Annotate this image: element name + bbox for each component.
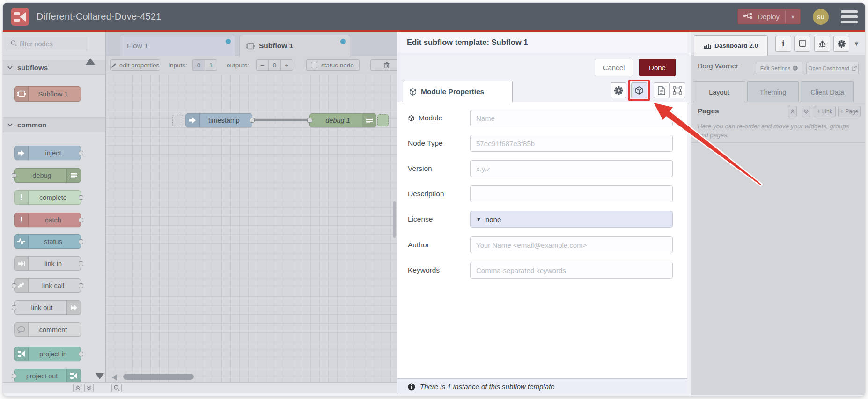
flow-canvas[interactable]: timestamp debug 1: [106, 74, 397, 382]
palette-node-debug[interactable]: debug: [14, 168, 81, 183]
frame-select-icon: [673, 86, 682, 95]
tray-resize-grip[interactable]: [393, 201, 396, 238]
add-link-button[interactable]: + Link: [814, 106, 836, 117]
dashboard-owner: Borg Warner: [698, 62, 738, 70]
move-up-button[interactable]: [788, 106, 797, 117]
palette-scroll-down-icon[interactable]: [96, 373, 104, 379]
outputs-count: 0: [268, 59, 281, 71]
node-type-input[interactable]: [470, 135, 673, 152]
open-dashboard-button[interactable]: Open Dashboard: [806, 62, 859, 74]
palette-node-project-out[interactable]: project out: [14, 369, 81, 383]
module-name-input[interactable]: [470, 110, 673, 126]
outputs-plus-button[interactable]: +: [280, 59, 293, 71]
inputs-0-button[interactable]: 0: [192, 59, 205, 71]
description-tab-button[interactable]: [654, 82, 669, 98]
trash-icon: [384, 62, 390, 68]
dialog-title: Edit subflow template: Subflow 1: [397, 32, 687, 53]
main-menu-icon[interactable]: [841, 10, 858, 23]
edit-subflow-dialog: Edit subflow template: Subflow 1 Cancel …: [397, 32, 687, 394]
tab-theming[interactable]: Theming: [747, 81, 799, 102]
deploy-label: Deploy: [758, 13, 780, 21]
help-tab-button[interactable]: [794, 36, 810, 52]
palette-node-catch[interactable]: ! catch: [14, 213, 81, 227]
palette-node-status[interactable]: status: [14, 234, 81, 249]
config-tab-button[interactable]: [833, 36, 849, 52]
module-properties-tab-button[interactable]: [631, 82, 647, 98]
sidebar-menu-caret[interactable]: ▼: [853, 40, 860, 47]
magnifier-icon: [114, 385, 120, 391]
tab-client-data[interactable]: Client Data: [801, 81, 854, 102]
palette-section-common[interactable]: common: [3, 117, 105, 132]
version-input[interactable]: [470, 160, 673, 177]
input-port[interactable]: [307, 118, 312, 123]
comment-icon: [15, 323, 29, 336]
done-button[interactable]: Done: [639, 59, 676, 76]
palette-node-link-out[interactable]: link out: [14, 300, 81, 315]
canvas-node-debug-1[interactable]: debug 1: [309, 113, 376, 127]
add-page-button[interactable]: + Page: [838, 106, 861, 117]
canvas-node-timestamp[interactable]: timestamp: [185, 113, 252, 127]
tab-layout[interactable]: Layout: [693, 81, 745, 103]
outputs-minus-button[interactable]: −: [256, 59, 269, 71]
subflow-output-stub[interactable]: [377, 114, 389, 126]
node-palette: subflows Subflow 1 common inject debug: [3, 32, 106, 393]
wire[interactable]: [255, 119, 310, 121]
canvas-scroll-left-icon[interactable]: [112, 374, 117, 381]
bar-chart-icon: [704, 43, 711, 49]
palette-collapse-up-button[interactable]: [73, 384, 82, 392]
info-tab-button[interactable]: i: [775, 36, 791, 52]
complete-icon: !: [15, 191, 29, 204]
external-link-icon: [852, 66, 857, 71]
status-node-toggle[interactable]: status node: [306, 59, 360, 71]
output-port: [79, 283, 83, 288]
pages-heading: Pages: [698, 107, 719, 115]
move-down-button[interactable]: [802, 106, 810, 117]
deploy-dropdown-caret[interactable]: ▼: [785, 10, 800, 23]
cancel-button[interactable]: Cancel: [595, 59, 633, 76]
palette-filter-input[interactable]: [20, 40, 107, 48]
input-port: [12, 374, 16, 378]
user-avatar[interactable]: su: [813, 9, 829, 25]
output-port[interactable]: [250, 118, 255, 123]
edit-properties-button[interactable]: edit properties: [110, 59, 160, 71]
debug-icon: [66, 169, 81, 182]
license-select[interactable]: ▼ none: [470, 211, 673, 228]
dialog-footer: There is 1 instance of this subflow temp…: [397, 378, 687, 394]
palette-collapse-down-button[interactable]: [84, 384, 94, 392]
palette-node-link-call[interactable]: link call: [14, 278, 81, 293]
palette-node-project-in[interactable]: project in: [14, 347, 81, 361]
chevron-down-icon: [7, 66, 13, 69]
keywords-input[interactable]: [470, 262, 673, 279]
description-input[interactable]: [470, 185, 673, 202]
edit-settings-button[interactable]: Edit Settings: [756, 62, 802, 74]
canvas-zoom-button[interactable]: [111, 384, 122, 392]
bug-icon: [819, 40, 826, 48]
author-input[interactable]: [470, 236, 673, 253]
palette-scroll-up-icon[interactable]: [86, 58, 95, 65]
palette-node-complete[interactable]: ! complete: [14, 190, 81, 205]
properties-tab-button[interactable]: [611, 82, 626, 98]
output-port: [79, 261, 83, 266]
canvas-horizontal-scrollbar[interactable]: [123, 374, 194, 380]
tab-dashboard-2[interactable]: Dashboard 2.0: [694, 35, 768, 56]
input-port: [12, 283, 16, 288]
palette-node-comment[interactable]: comment: [14, 322, 81, 337]
palette-node-subflow-1[interactable]: Subflow 1: [14, 86, 81, 102]
gear-icon: [614, 86, 623, 95]
appearance-tab-button[interactable]: [669, 82, 685, 98]
palette-node-inject[interactable]: inject: [14, 146, 81, 160]
deploy-button[interactable]: Deploy ▼: [737, 9, 801, 24]
modified-dot: [226, 39, 231, 44]
debug-tab-button[interactable]: [814, 36, 830, 52]
inputs-1-button[interactable]: 1: [205, 59, 217, 71]
tab-module-properties[interactable]: Module Properties: [403, 81, 513, 102]
subflow-input-stub[interactable]: [172, 115, 183, 126]
subflow-icon: [246, 43, 255, 50]
palette-node-link-in[interactable]: link in: [14, 256, 81, 271]
tab-subflow-1[interactable]: Subflow 1: [239, 35, 350, 57]
deploy-icon: [743, 13, 753, 21]
status-node-checkbox[interactable]: [311, 62, 317, 68]
output-port: [79, 239, 83, 244]
palette-filter[interactable]: [7, 37, 87, 51]
tab-flow-1[interactable]: Flow 1: [120, 35, 235, 56]
